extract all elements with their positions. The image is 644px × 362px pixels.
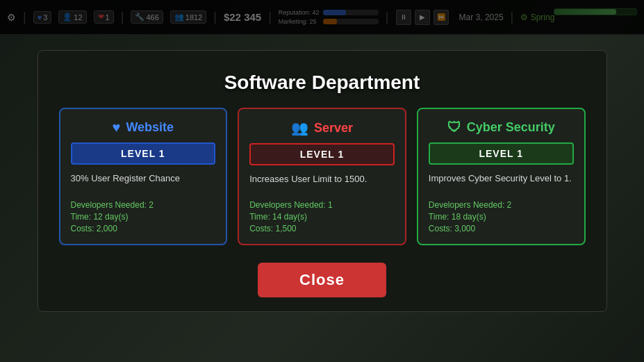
server-costs: Costs: 1,500 [249,224,395,233]
software-department-modal: Software Department ♥ Website LEVEL 1 30… [38,50,607,312]
server-description: Increases User Limit to 1500. [249,172,395,186]
cyber-security-description: Improves Cyber Security Level to 1. [429,172,574,186]
website-footer: Developers Needed: 2 Time: 12 day(s) Cos… [71,200,216,233]
website-costs: Costs: 2,000 [71,224,216,233]
website-card: ♥ Website LEVEL 1 30% User Register Chan… [59,108,228,245]
modal-overlay: Software Department ♥ Website LEVEL 1 30… [0,0,644,362]
cards-row: ♥ Website LEVEL 1 30% User Register Chan… [59,108,586,245]
server-card-title: Server [314,121,353,135]
website-icon: ♥ [113,120,121,135]
server-card-header: 👥 Server [249,120,395,136]
cyber-security-card-header: 🛡 Cyber Security [429,120,574,135]
cyber-security-time: Time: 18 day(s) [429,212,574,222]
website-card-header: ♥ Website [71,120,216,135]
cyber-security-developers: Developers Needed: 2 [429,200,574,210]
website-level-badge: LEVEL 1 [71,142,216,165]
server-card: 👥 Server LEVEL 1 Increases User Limit to… [238,108,406,245]
modal-title: Software Department [224,72,420,94]
website-time: Time: 12 day(s) [71,212,216,222]
cyber-security-card: 🛡 Cyber Security LEVEL 1 Improves Cyber … [417,108,586,245]
server-developers: Developers Needed: 1 [249,200,395,210]
website-description: 30% User Register Chance [71,172,216,186]
cyber-security-costs: Costs: 3,000 [429,224,574,233]
website-card-title: Website [126,120,174,135]
close-button[interactable]: Close [258,263,386,297]
cyber-security-card-title: Cyber Security [467,120,555,135]
shield-icon: 🛡 [447,120,461,135]
cyber-security-level-badge: LEVEL 1 [429,142,574,165]
server-icon: 👥 [291,120,308,136]
cyber-security-footer: Developers Needed: 2 Time: 18 day(s) Cos… [429,200,574,233]
server-footer: Developers Needed: 1 Time: 14 day(s) Cos… [249,200,395,233]
server-level-badge: LEVEL 1 [249,143,395,165]
server-time: Time: 14 day(s) [249,212,395,222]
website-developers: Developers Needed: 2 [71,200,216,210]
